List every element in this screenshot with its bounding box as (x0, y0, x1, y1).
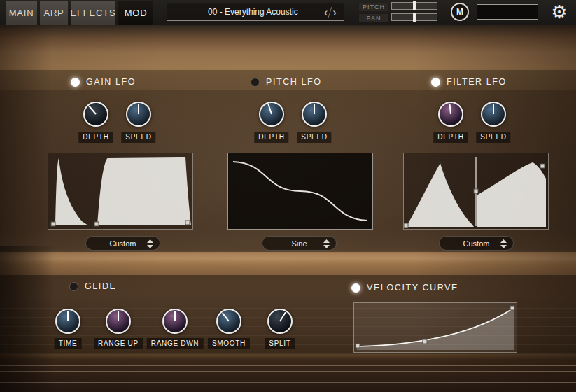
pitch-lfo-speed-label: SPEED (297, 132, 331, 143)
knob-pointer (493, 104, 494, 114)
knob-pointer (279, 312, 286, 322)
glide-time-label: TIME (55, 338, 82, 349)
knob-pointer (174, 311, 176, 321)
pitch-lfo-header: PITCH LFO (251, 77, 322, 87)
preset-name: 00 - Everything Acoustic (167, 7, 322, 17)
filter-lfo-depth-label: DEPTH (433, 132, 468, 143)
velocity-header: VELOCITY CURVE (351, 283, 458, 293)
glide-range-up-knob[interactable] (106, 309, 131, 334)
pitch-lfo-waveform-svg (228, 153, 372, 229)
pan-slider-handle[interactable] (413, 13, 416, 22)
preset-selector[interactable]: 00 - Everything Acoustic ‹ › (167, 3, 344, 21)
gain-lfo-speed-label: SPEED (121, 132, 155, 143)
filter-lfo-speed-knob[interactable] (481, 102, 506, 127)
pitch-lfo-enable-led[interactable] (251, 78, 260, 87)
pitch-slider-handle[interactable] (413, 1, 416, 10)
knob-pointer (89, 106, 97, 115)
knob-pointer (138, 104, 139, 114)
filter-lfo-title: FILTER LFO (447, 77, 507, 87)
gain-lfo-waveform-display[interactable] (48, 153, 193, 230)
filter-lfo-wave-select[interactable]: Custom (439, 236, 514, 251)
tab-main[interactable]: MAIN (6, 1, 37, 24)
guitar-strings (0, 355, 576, 392)
velocity-enable-led[interactable] (351, 284, 360, 293)
knob-pointer (67, 311, 69, 321)
gain-lfo-speed-knob[interactable] (126, 102, 151, 127)
glide-enable-led[interactable] (69, 282, 78, 291)
plugin-window: MAIN ARP EFFECTS MOD 00 - Everything Aco… (0, 0, 576, 392)
pitch-lfo-wave-select[interactable]: Sine (262, 236, 337, 251)
gain-lfo-wave-value: Custom (110, 239, 136, 248)
filter-lfo-enable-led[interactable] (431, 78, 440, 87)
glide-header: GLIDE (69, 281, 117, 291)
glide-title: GLIDE (85, 281, 117, 291)
preset-arrows: ‹ › (322, 6, 344, 18)
gain-lfo-header: GAIN LFO (71, 77, 136, 87)
filter-lfo-speed-label: SPEED (476, 132, 510, 143)
topbar: MAIN ARP EFFECTS MOD 00 - Everything Aco… (0, 0, 576, 24)
pitch-label: PITCH (359, 3, 388, 11)
filter-lfo-wave-value: Custom (463, 239, 490, 248)
mute-button[interactable]: M (451, 3, 469, 21)
gain-lfo-depth-label: DEPTH (78, 132, 113, 143)
glide-range-up-label: RANGE UP (94, 338, 143, 349)
glide-range-down-knob[interactable] (162, 309, 188, 334)
tab-effects[interactable]: EFFECTS (71, 1, 115, 24)
tab-arp[interactable]: ARP (40, 1, 68, 24)
pitch-lfo-depth-knob[interactable] (259, 102, 284, 127)
level-meter (477, 4, 538, 20)
select-arrows-icon (500, 239, 507, 248)
knob-pointer (314, 104, 315, 114)
select-arrows-icon (147, 239, 153, 248)
glide-time-knob[interactable] (55, 309, 80, 334)
glide-smooth-label: SMOOTH (208, 338, 250, 349)
pitch-lfo-speed-knob[interactable] (302, 102, 327, 127)
gain-lfo-enable-led[interactable] (71, 78, 80, 87)
filter-lfo-header: FILTER LFO (431, 77, 507, 87)
knob-pointer (118, 311, 119, 321)
gain-lfo-title: GAIN LFO (86, 77, 136, 87)
tab-mod[interactable]: MOD (118, 1, 153, 24)
glide-range-down-label: RANGE DWN (147, 338, 204, 349)
pan-label: PAN (359, 14, 388, 22)
glide-smooth-knob[interactable] (216, 309, 241, 334)
filter-lfo-waveform-display[interactable] (403, 153, 549, 230)
gain-lfo-wave-select[interactable]: Custom (85, 236, 160, 251)
pitch-lfo-waveform-display[interactable] (227, 153, 373, 230)
gain-lfo-waveform-svg (48, 153, 192, 229)
knob-pointer (222, 313, 230, 322)
select-arrows-icon (323, 239, 330, 248)
settings-gear-icon[interactable]: ⚙ (547, 0, 571, 24)
velocity-title: VELOCITY CURVE (367, 283, 458, 293)
knob-pointer (267, 104, 272, 114)
pan-slider[interactable] (391, 13, 437, 21)
filter-lfo-waveform-svg (404, 153, 548, 229)
knob-pointer (449, 104, 451, 114)
pitch-lfo-depth-label: DEPTH (254, 132, 288, 143)
pitch-lfo-title: PITCH LFO (266, 77, 322, 87)
glide-split-knob[interactable] (267, 309, 293, 334)
gain-lfo-depth-knob[interactable] (83, 102, 108, 127)
pitch-slider[interactable] (391, 2, 437, 10)
glide-split-label: SPLIT (265, 338, 295, 349)
velocity-curve-svg (354, 303, 517, 352)
pitch-lfo-wave-value: Sine (291, 239, 307, 248)
filter-lfo-depth-knob[interactable] (438, 102, 463, 127)
velocity-curve-display[interactable] (353, 302, 517, 353)
